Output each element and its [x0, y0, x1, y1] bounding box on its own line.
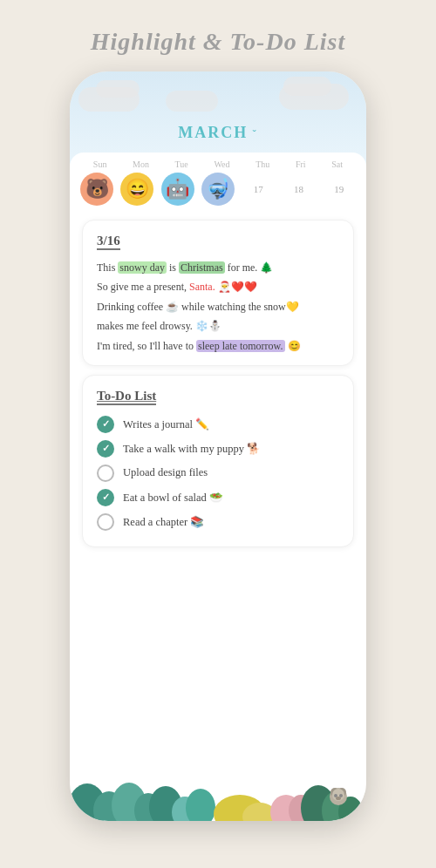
day-wed: Wed	[214, 159, 229, 169]
todo-item-2[interactable]: ✓ Take a walk with my puppy 🐕	[97, 440, 339, 458]
highlight-line-2: So give me a present, Santa. 🎅❤️❤️	[97, 278, 339, 295]
todo-check-3[interactable]	[97, 465, 114, 482]
phone-header: MARCH ˇ Sun Mon Tue Wed Thu Fri Sat 🐻 😄 …	[70, 71, 366, 211]
day-fri: Fri	[296, 159, 306, 169]
day-sun: Sun	[93, 159, 107, 169]
day-avatar-14[interactable]: 😄	[120, 173, 153, 206]
checkmark-icon: ✓	[102, 492, 110, 503]
day-avatar-16[interactable]: 🤿	[201, 173, 235, 206]
day-cells: 🐻 😄 🤖 🤿 17 18 19	[73, 173, 363, 206]
day-avatar-13[interactable]: 🐻	[80, 173, 113, 206]
day-18[interactable]: 18	[283, 173, 316, 206]
day-19[interactable]: 19	[323, 173, 356, 206]
todo-text-3: Upload design files	[123, 466, 208, 479]
svg-point-20	[336, 797, 341, 800]
month-label[interactable]: MARCH ˇ	[178, 124, 258, 142]
checkmark-icon: ✓	[102, 443, 110, 454]
day-tue: Tue	[175, 159, 188, 169]
todo-text-1: Writes a journal ✏️	[123, 417, 209, 431]
cloud-decoration	[96, 80, 140, 98]
highlight-christmas: Christmas	[179, 261, 225, 274]
highlight-date: 3/16	[97, 234, 120, 250]
todo-section: To-Do List ✓ Writes a journal ✏️ ✓ Take …	[82, 375, 354, 547]
todo-title: To-Do List	[97, 389, 156, 405]
todo-item-4[interactable]: ✓ Eat a bowl of salad 🥗	[97, 489, 339, 506]
highlight-santa: Santa.	[189, 281, 215, 293]
highlight-sleep: sleep late tomorrow.	[196, 340, 285, 352]
highlight-line-3: Drinking coffee ☕ while watching the sno…	[97, 298, 339, 315]
highlight-line-4: makes me feel drowsy. ❄️⛄	[97, 317, 339, 335]
day-headers: Sun Mon Tue Wed Thu Fri Sat	[73, 159, 363, 169]
checkmark-icon: ✓	[102, 418, 110, 430]
month-text: MARCH	[178, 124, 248, 141]
todo-check-1[interactable]: ✓	[97, 416, 114, 433]
todo-text-5: Read a chapter 📚	[123, 515, 204, 529]
todo-text-4: Eat a bowl of salad 🥗	[123, 491, 223, 505]
cloud-decoration	[283, 77, 331, 96]
day-mon: Mon	[133, 159, 149, 169]
day-thu: Thu	[255, 159, 269, 169]
trees-decoration	[70, 751, 366, 821]
svg-point-6	[186, 789, 215, 821]
highlight-section: 3/16 This snowy day is Christmas for me.…	[82, 220, 354, 366]
todo-item-1[interactable]: ✓ Writes a journal ✏️	[97, 416, 339, 433]
calendar-row: Sun Mon Tue Wed Thu Fri Sat 🐻 😄 🤖 🤿 17 1…	[70, 153, 366, 211]
phone-body: 3/16 This snowy day is Christmas for me.…	[70, 211, 366, 821]
phone-frame: MARCH ˇ Sun Mon Tue Wed Thu Fri Sat 🐻 😄 …	[70, 71, 366, 821]
todo-check-5[interactable]	[97, 513, 114, 531]
phone-footer	[70, 751, 366, 821]
day-17[interactable]: 17	[242, 173, 275, 206]
highlight-line-1: This snowy day is Christmas for me. 🌲	[97, 259, 339, 276]
highlight-line-5: I'm tired, so I'll have to sleep late to…	[97, 337, 339, 355]
todo-text-2: Take a walk with my puppy 🐕	[123, 442, 261, 456]
todo-check-4[interactable]: ✓	[97, 489, 114, 506]
highlight-snowy: snowy day	[118, 261, 167, 274]
month-arrow: ˇ	[248, 127, 258, 140]
page-title: Highlight & To-Do List	[91, 28, 345, 56]
cloud-decoration	[166, 91, 218, 112]
todo-check-2[interactable]: ✓	[97, 440, 114, 458]
todo-item-5[interactable]: Read a chapter 📚	[97, 513, 339, 531]
day-avatar-15[interactable]: 🤖	[161, 173, 194, 206]
day-sat: Sat	[331, 159, 343, 169]
todo-item-3[interactable]: Upload design files	[97, 465, 339, 482]
